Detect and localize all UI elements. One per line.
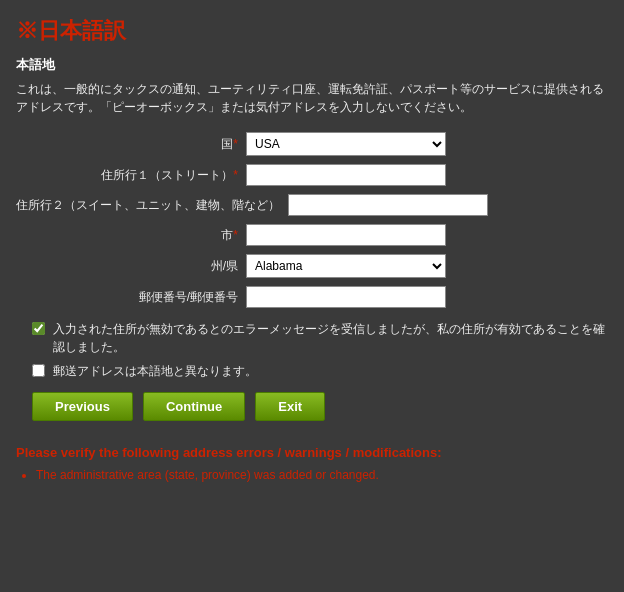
city-input[interactable]	[246, 224, 446, 246]
mailing-different-checkbox[interactable]	[32, 364, 45, 377]
address1-label: 住所行１（ストリート）*	[16, 167, 246, 184]
country-label: 国*	[16, 136, 246, 153]
checkbox1-row: 入力された住所が無効であるとのエラーメッセージを受信しましたが、私の住所が有効で…	[32, 320, 608, 356]
city-row: 市*	[16, 224, 608, 246]
button-row: Previous Continue Exit	[32, 392, 608, 421]
error-item: The administrative area (state, province…	[36, 468, 608, 482]
address2-row: 住所行２（スイート、ユニット、建物、階など）	[16, 194, 608, 216]
checkbox2-row: 郵送アドレスは本語地と異なります。	[32, 362, 608, 380]
page-title: ※日本語訳	[16, 16, 608, 46]
address-valid-checkbox[interactable]	[32, 322, 45, 335]
error-title: Please verify the following address erro…	[16, 445, 608, 460]
section-title: 本語地	[16, 56, 608, 74]
state-row: 州/県 Alabama Alaska Arizona Arkansas Cali…	[16, 254, 608, 278]
checkbox1-label: 入力された住所が無効であるとのエラーメッセージを受信しましたが、私の住所が有効で…	[53, 320, 608, 356]
continue-button[interactable]: Continue	[143, 392, 245, 421]
error-list: The administrative area (state, province…	[16, 468, 608, 482]
state-select[interactable]: Alabama Alaska Arizona Arkansas Californ…	[246, 254, 446, 278]
address2-label: 住所行２（スイート、ユニット、建物、階など）	[16, 197, 288, 214]
checkbox2-label: 郵送アドレスは本語地と異なります。	[53, 362, 257, 380]
error-section: Please verify the following address erro…	[16, 437, 608, 490]
country-row: 国* USA Japan Canada UK Australia	[16, 132, 608, 156]
address1-input[interactable]	[246, 164, 446, 186]
description: これは、一般的にタックスの通知、ユーティリティ口座、運転免許証、パスポート等のサ…	[16, 80, 608, 116]
checkbox-section: 入力された住所が無効であるとのエラーメッセージを受信しましたが、私の住所が有効で…	[32, 320, 608, 380]
exit-button[interactable]: Exit	[255, 392, 325, 421]
previous-button[interactable]: Previous	[32, 392, 133, 421]
zip-input[interactable]	[246, 286, 446, 308]
address1-row: 住所行１（ストリート）*	[16, 164, 608, 186]
country-select[interactable]: USA Japan Canada UK Australia	[246, 132, 446, 156]
city-label: 市*	[16, 227, 246, 244]
address2-input[interactable]	[288, 194, 488, 216]
state-label: 州/県	[16, 258, 246, 275]
form-container: 国* USA Japan Canada UK Australia 住所行１（スト…	[16, 132, 608, 308]
zip-row: 郵便番号/郵便番号	[16, 286, 608, 308]
zip-label: 郵便番号/郵便番号	[16, 289, 246, 306]
